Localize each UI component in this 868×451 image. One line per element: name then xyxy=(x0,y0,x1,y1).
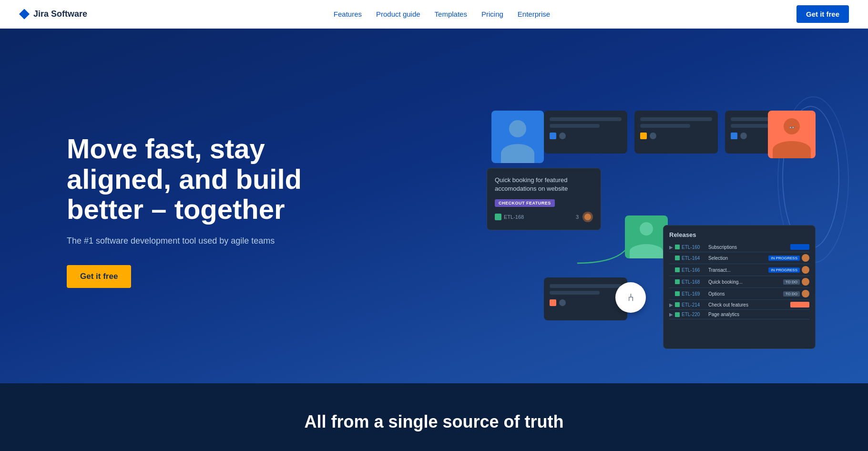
release-name: Transact... xyxy=(708,267,766,273)
jira-diamond-icon xyxy=(19,9,30,20)
nav-link-product-guide[interactable]: Product guide xyxy=(376,10,420,18)
release-assignee xyxy=(802,290,809,297)
board-dot-orange xyxy=(550,299,556,306)
release-type-icon xyxy=(675,312,680,317)
board-line xyxy=(640,117,712,121)
issue-id-group: ETL-168 xyxy=(495,214,524,220)
board-dots xyxy=(634,133,718,139)
release-name: Quick booking... xyxy=(708,279,781,285)
in-progress-badge: IN PROGRESS xyxy=(768,267,800,273)
release-id: ETL-220 xyxy=(682,312,706,317)
board-line xyxy=(550,117,622,121)
nav-links: Features Product guide Templates Pricing… xyxy=(334,10,550,18)
release-id: ETL-160 xyxy=(682,245,706,250)
avatar-green-head xyxy=(640,222,653,236)
issue-count: 3 xyxy=(576,214,579,220)
checkout-badge: CHECKOUT FEATURES xyxy=(495,199,555,207)
nav-link-features[interactable]: Features xyxy=(334,10,362,18)
board-dot-gray xyxy=(559,299,566,306)
release-row: ▶ ETL-214 Check out features xyxy=(669,300,809,310)
board-dot-gray xyxy=(740,133,747,139)
hero-copy: Move fast, stay aligned, and build bette… xyxy=(67,133,334,288)
release-id: ETL-214 xyxy=(682,302,706,308)
board-dot-yellow xyxy=(640,133,647,139)
board-card-2 xyxy=(634,111,718,154)
logo-text: Jira Software xyxy=(33,9,87,19)
release-assignee xyxy=(802,266,809,274)
nav-link-pricing[interactable]: Pricing xyxy=(481,10,503,18)
board-dot-blue xyxy=(550,133,556,139)
release-row: ▶ ETL-164 Selection IN PROGRESS xyxy=(669,252,809,264)
release-name: Page analytics xyxy=(708,312,809,317)
issue-card: Quick booking for featured accomodations… xyxy=(487,168,601,230)
glasses-icon: 👓 xyxy=(789,125,795,130)
merge-icon: ⑃ xyxy=(628,291,634,304)
release-type-icon xyxy=(675,245,680,249)
release-row: ▶ ETL-169 Options TO DO xyxy=(669,288,809,300)
release-type-icon xyxy=(675,256,680,260)
nav-link-templates[interactable]: Templates xyxy=(435,10,467,18)
release-progress-bar xyxy=(790,244,809,250)
avatar-sm-inner xyxy=(584,214,591,220)
avatar-orange-body xyxy=(773,141,811,158)
todo-badge: TO DO xyxy=(783,279,800,285)
board-line xyxy=(640,124,690,128)
release-type-icon xyxy=(675,279,680,284)
bottom-title: All from a single source of truth xyxy=(0,412,868,432)
issue-type-icon xyxy=(495,214,501,220)
release-bar-orange xyxy=(790,302,809,308)
release-type-icon xyxy=(675,267,680,272)
board-line xyxy=(550,284,622,288)
avatar-card-green xyxy=(625,215,668,258)
expand-icon: ▶ xyxy=(669,302,673,308)
releases-panel: Releases ▶ ETL-160 Subscriptions ▶ ETL-1… xyxy=(663,225,816,349)
board-dot-blue2 xyxy=(731,133,737,139)
avatar-card-blue xyxy=(491,111,544,163)
hero-bottom-section: All from a single source of truth xyxy=(0,383,868,451)
logo-link[interactable]: Jira Software xyxy=(19,9,87,20)
release-row: ▶ ETL-166 Transact... IN PROGRESS xyxy=(669,264,809,276)
expand-icon: ▶ xyxy=(669,245,673,250)
release-id: ETL-169 xyxy=(682,291,706,297)
board-card-1 xyxy=(544,111,627,154)
avatar-green-body xyxy=(630,244,663,258)
release-assignee xyxy=(802,278,809,286)
release-assignee xyxy=(802,254,809,262)
issue-id-text: ETL-168 xyxy=(504,214,524,220)
hero-cta-button[interactable]: Get it free xyxy=(67,265,131,288)
nav-link-enterprise[interactable]: Enterprise xyxy=(518,10,550,18)
expand-icon: ▶ xyxy=(669,312,673,317)
board-card-mini xyxy=(544,277,627,320)
release-id: ETL-166 xyxy=(682,267,706,273)
avatar-body xyxy=(501,144,534,163)
avatar-head xyxy=(509,120,526,137)
hero-subtitle: The #1 software development tool used by… xyxy=(67,236,334,246)
board-line xyxy=(550,291,600,295)
release-name: Check out features xyxy=(708,302,788,308)
release-name: Selection xyxy=(708,256,766,261)
releases-title: Releases xyxy=(669,231,809,238)
release-row: ▶ ETL-168 Quick booking... TO DO xyxy=(669,276,809,288)
todo-badge: TO DO xyxy=(783,291,800,297)
hero-title: Move fast, stay aligned, and build bette… xyxy=(67,133,334,225)
issue-card-title: Quick booking for featured accomodations… xyxy=(495,176,593,193)
avatar-card-orange: 👓 xyxy=(768,111,816,158)
release-name: Subscriptions xyxy=(708,245,788,250)
issue-card-footer: ETL-168 3 xyxy=(495,212,593,222)
hero-main: Move fast, stay aligned, and build bette… xyxy=(0,29,868,383)
board-dots xyxy=(544,299,627,306)
release-type-icon xyxy=(675,302,680,307)
board-line xyxy=(550,124,600,128)
issue-assignee-avatar xyxy=(582,212,593,222)
hero-section: Move fast, stay aligned, and build bette… xyxy=(0,0,868,451)
merge-icon-card: ⑃ xyxy=(615,282,646,313)
navbar: Jira Software Features Product guide Tem… xyxy=(0,0,868,29)
in-progress-badge: IN PROGRESS xyxy=(768,256,800,261)
board-dot-gray xyxy=(650,133,656,139)
issue-footer-right: 3 xyxy=(576,212,593,222)
release-row: ▶ ETL-220 Page analytics xyxy=(669,310,809,319)
release-type-icon xyxy=(675,291,680,296)
nav-cta-button[interactable]: Get it free xyxy=(797,5,849,23)
board-dots xyxy=(544,133,627,139)
board-dot-gray xyxy=(559,133,566,139)
